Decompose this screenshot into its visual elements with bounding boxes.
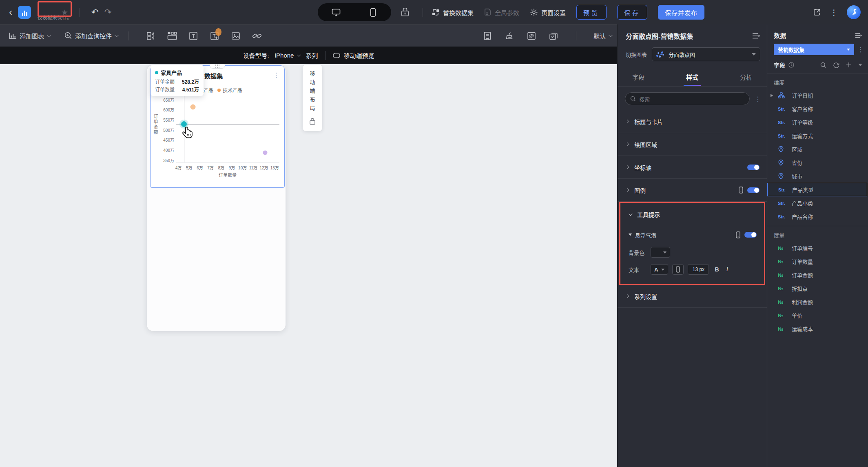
legend-toggle-on[interactable] [747,187,760,193]
string-field-icon: Str. [778,187,786,192]
scatter-point-技术产品[interactable] [190,105,195,110]
mobile-preview-button[interactable]: 移动端预览 [333,51,374,60]
x-tick: 9万 [229,165,235,171]
caret-down-icon[interactable] [858,64,862,66]
section-axes[interactable]: 坐标轴 [618,156,767,179]
dimension-field-0[interactable]: 订单日期 [767,89,868,102]
add-chart-button[interactable]: 添加图表 [9,31,50,40]
image-widget-icon[interactable] [230,31,241,41]
monitor-icon [332,9,341,16]
info-icon[interactable] [788,62,794,68]
measure-field-0[interactable]: №订单编号 [767,241,868,255]
search-fields-icon[interactable] [820,62,826,68]
back-icon[interactable]: ‹ [9,7,12,17]
avatar[interactable] [847,5,861,19]
search-more-icon[interactable]: ⋮ [755,95,761,103]
section-plot-area[interactable]: 绘图区域 [618,133,767,156]
mobile-layout-panel[interactable]: 移 动 端 布 局 [303,65,322,131]
dimension-field-4[interactable]: 区域 [767,142,868,156]
tooltip-metric-value: 528.2万 [182,78,199,86]
axes-toggle-on[interactable] [747,165,760,170]
bold-button[interactable]: B [713,266,720,273]
redo-button[interactable]: ↷ [104,7,112,17]
y-axis-title: 订单金额 [152,114,159,135]
dimension-field-2[interactable]: Str.订单等级 [767,116,868,129]
dimension-field-7[interactable]: Str.产品类型 [767,183,867,196]
field-label: 订单编号 [792,244,813,252]
rotate-device-icon [333,53,340,58]
dimension-field-3[interactable]: Str.运输方式 [767,129,868,142]
lock-icon[interactable] [401,7,410,17]
font-color-select[interactable]: A [651,264,668,275]
desktop-mode-button[interactable] [318,3,354,21]
font-size-input[interactable]: 13 px [688,264,709,275]
italic-button[interactable]: I [725,266,730,273]
more-menu-icon[interactable]: ⋮ [830,8,838,17]
clean-broom-icon[interactable] [504,31,515,41]
section-tooltip[interactable]: 工具提示 [620,203,764,226]
measure-field-1[interactable]: №订单数量 [767,255,868,268]
dimension-field-9[interactable]: Str.产品名称 [767,210,868,223]
replace-dataset-button[interactable]: 替换数据集 [432,8,474,17]
plot-area[interactable] [176,93,279,162]
layout-lock-icon[interactable] [309,118,316,125]
dimension-field-6[interactable]: 城市 [767,169,868,183]
hide-element-icon[interactable] [526,31,537,41]
chart-type-select[interactable]: 分面散点图 [652,47,760,61]
scatter-point-series2[interactable] [263,151,267,155]
chevron-down-icon [629,212,633,216]
device-model-select[interactable]: iPhone [275,52,300,59]
style-search-input[interactable]: 搜索 [625,92,750,105]
expand-caret-icon[interactable] [771,94,773,97]
preview-button[interactable]: 预览 [576,5,607,20]
ai-text-widget-icon[interactable] [209,31,220,41]
report-notes-icon[interactable] [482,31,493,41]
dimensions-list: 订单日期Str.客户名称Str.订单等级Str.运输方式区域省份城市Str.产品… [767,89,868,223]
batch-select-icon[interactable] [548,31,559,41]
control-widget-icon[interactable] [146,31,156,41]
collapse-panel-icon[interactable] [855,33,862,38]
dimension-field-8[interactable]: Str.产品小类 [767,196,868,210]
tab-container-icon[interactable] [167,31,177,41]
page-settings-button[interactable]: 页面设置 [530,8,566,17]
device-series-label[interactable]: 系列 [306,51,318,60]
theme-select[interactable]: 默认 [593,31,611,40]
bg-color-select[interactable] [651,247,670,258]
save-publish-button[interactable]: 保存并发布 [658,5,704,20]
link-widget-icon[interactable] [252,31,262,41]
dataset-select[interactable]: 营销数据集 [774,44,854,55]
section-series[interactable]: 系列设置 [618,285,767,308]
global-params-button[interactable]: 全局参数 [484,8,519,17]
dataset-name: 营销数据集 [778,46,804,53]
measure-field-2[interactable]: №订单金额 [767,268,868,282]
add-query-control-button[interactable]: 添加查询控件 [64,31,117,40]
y-tick: 550万 [163,117,174,123]
measure-field-3[interactable]: №折扣点 [767,282,868,295]
undo-button[interactable]: ↶ [91,7,99,17]
mobile-mode-button[interactable] [354,3,391,21]
add-field-icon[interactable] [846,62,852,68]
field-label: 产品小类 [792,199,813,207]
bubble-toggle-on[interactable] [744,232,757,238]
section-legend[interactable]: 图例 [618,179,767,202]
section-title-card[interactable]: 标题与卡片 [618,110,767,133]
text-widget-icon[interactable] [188,31,199,41]
dimension-field-1[interactable]: Str.客户名称 [767,102,868,116]
font-mobile-button[interactable] [672,264,684,275]
collapse-panel-icon[interactable] [752,33,760,39]
device-model-value: iPhone [275,52,294,59]
measure-field-5[interactable]: №单价 [767,309,868,322]
save-button[interactable]: 保存 [617,5,647,20]
hover-bubble-row[interactable]: 悬浮气泡 [629,226,757,244]
share-icon[interactable] [813,8,821,16]
dimension-field-5[interactable]: 省份 [767,156,868,169]
refresh-icon[interactable] [833,62,839,68]
x-tick: 10万 [238,165,247,171]
measure-field-6[interactable]: №运输成本 [767,322,868,336]
tab-analysis[interactable]: 分析 [737,69,755,86]
dashboard-canvas[interactable]: 数据集 ⋮ 产品 技术产品 订单金额 650万600万550万500万450万4… [0,64,617,467]
dataset-more-icon[interactable]: ⋮ [857,46,864,53]
tab-fields[interactable]: 字段 [630,69,647,86]
measure-field-4[interactable]: №利润金额 [767,295,868,309]
tab-style[interactable]: 样式 [684,69,701,86]
